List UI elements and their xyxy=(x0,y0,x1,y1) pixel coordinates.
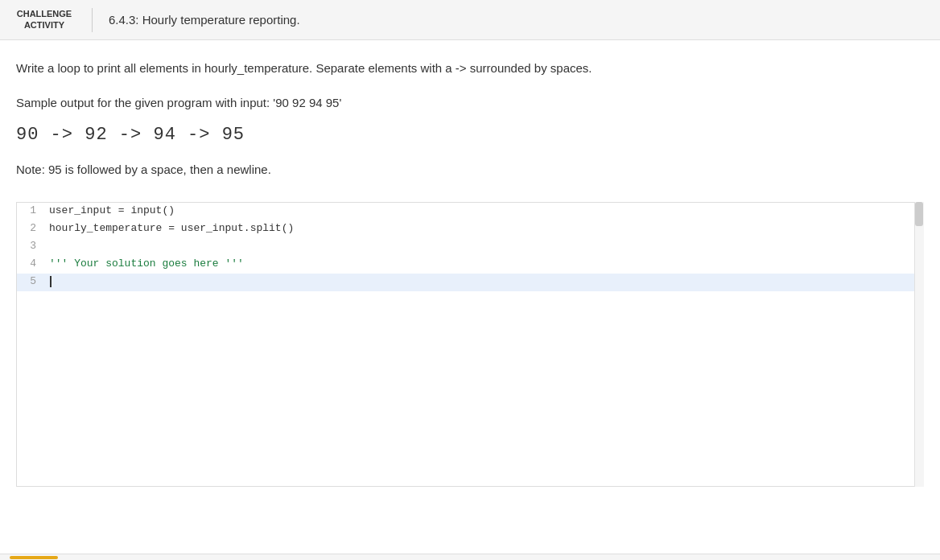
bottom-bar xyxy=(0,554,940,560)
line-number-15 xyxy=(17,451,46,452)
line-number-10 xyxy=(17,362,46,364)
bottom-indicator xyxy=(10,556,58,559)
line-number-16 xyxy=(17,468,46,470)
line-number-14 xyxy=(17,433,46,434)
line-number-6 xyxy=(17,291,46,293)
code-line-1: 1 user_input = input() xyxy=(17,203,923,220)
line-number-1: 1 xyxy=(17,203,46,216)
code-line-15 xyxy=(17,451,923,468)
code-line-11 xyxy=(17,380,923,397)
challenge-activity-label: CHALLENGE ACTIVITY xyxy=(0,0,89,39)
scrollbar-thumb[interactable] xyxy=(915,202,923,226)
code-line-7 xyxy=(17,309,923,327)
line-number-11 xyxy=(17,380,46,381)
code-line-3: 3 xyxy=(17,238,923,256)
line-number-5: 5 xyxy=(17,274,46,287)
line-number-2: 2 xyxy=(17,220,46,234)
main-content: Write a loop to print all elements in ho… xyxy=(0,40,940,487)
header-title: 6.4.3: Hourly temperature reporting. xyxy=(96,13,300,27)
header-divider xyxy=(92,8,93,32)
line-number-3: 3 xyxy=(17,238,46,252)
sample-output-label: Sample output for the given program with… xyxy=(16,94,924,113)
line-number-7 xyxy=(17,309,46,311)
line-content-5 xyxy=(46,274,52,287)
sample-output-display: 90 -> 92 -> 94 -> 95 xyxy=(16,125,924,145)
code-line-10 xyxy=(17,362,923,380)
code-editor-area[interactable]: 1 user_input = input() 2 hourly_temperat… xyxy=(16,202,924,487)
line-content-2: hourly_temperature = user_input.split() xyxy=(46,220,294,234)
editor-scrollbar[interactable] xyxy=(914,202,924,487)
line-number-8 xyxy=(17,327,46,328)
note-text: Note: 95 is followed by a space, then a … xyxy=(16,161,924,179)
code-line-9 xyxy=(17,344,923,362)
code-line-13 xyxy=(17,415,923,433)
line-number-12 xyxy=(17,397,46,399)
line-content-4: ''' Your solution goes here ''' xyxy=(46,256,244,270)
code-line-6 xyxy=(17,291,923,309)
code-line-8 xyxy=(17,327,923,344)
line-number-13 xyxy=(17,415,46,417)
line-number-4: 4 xyxy=(17,256,46,270)
code-line-12 xyxy=(17,397,923,415)
line-content-1: user_input = input() xyxy=(46,203,175,216)
code-line-14 xyxy=(17,433,923,451)
line-content-3 xyxy=(46,238,56,252)
code-line-16 xyxy=(17,468,923,486)
code-editor[interactable]: 1 user_input = input() 2 hourly_temperat… xyxy=(16,202,924,487)
code-line-2: 2 hourly_temperature = user_input.split(… xyxy=(17,220,923,238)
text-cursor xyxy=(50,276,52,287)
header: CHALLENGE ACTIVITY 6.4.3: Hourly tempera… xyxy=(0,0,940,40)
line-number-9 xyxy=(17,344,46,346)
code-line-4: 4 ''' Your solution goes here ''' xyxy=(17,256,923,274)
code-line-5[interactable]: 5 xyxy=(17,274,923,291)
code-lines: 1 user_input = input() 2 hourly_temperat… xyxy=(17,203,923,486)
instruction-text: Write a loop to print all elements in ho… xyxy=(16,60,924,78)
